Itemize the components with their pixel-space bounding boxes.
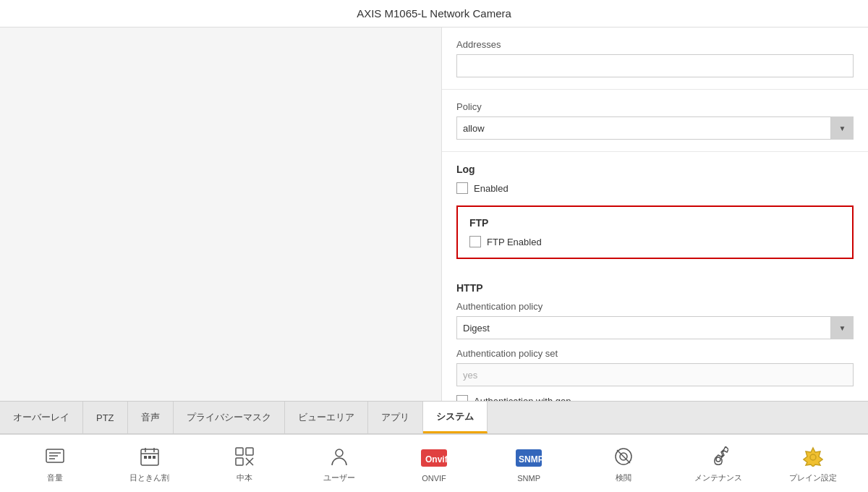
auth-policy-select[interactable]: Digest Basic None: [456, 316, 854, 339]
tab-apps[interactable]: アプリ: [368, 402, 423, 433]
svg-rect-10: [153, 456, 156, 459]
svg-rect-11: [236, 448, 243, 455]
log-section-title: Log: [456, 164, 854, 175]
icon-item-detection[interactable]: 検閲: [580, 444, 667, 483]
svg-point-16: [336, 449, 343, 457]
svg-marker-25: [804, 448, 822, 467]
onvif-icon: Onvif: [421, 445, 447, 471]
scan-icon: [231, 444, 258, 470]
user-icon: [326, 444, 352, 470]
icon-label-onvif: ONVIF: [422, 474, 446, 483]
addresses-label: Addresses: [456, 39, 854, 50]
icon-item-snmp[interactable]: SNMP SNMP: [485, 445, 572, 483]
maintenance-icon: [705, 444, 731, 470]
snmp-icon: SNMP: [516, 445, 542, 471]
policy-label: Policy: [456, 101, 854, 112]
page-title: AXIS M1065-L Network Camera: [357, 7, 511, 20]
icon-label-audio: 音量: [47, 472, 63, 483]
ftp-enabled-row: FTP Enabled: [469, 236, 841, 247]
icon-item-user[interactable]: ユーザー: [296, 444, 383, 483]
icon-label-detection: 検閲: [616, 472, 631, 483]
tab-viewarea-label: ビューエリア: [298, 411, 354, 424]
detection-icon: [610, 444, 637, 470]
auth-qop-label: Authentication with qop: [474, 396, 571, 402]
ftp-section-title: FTP: [469, 217, 841, 229]
svg-rect-9: [148, 456, 151, 459]
ftp-enabled-checkbox[interactable]: [469, 236, 481, 247]
ftp-section: FTP FTP Enabled: [456, 205, 854, 259]
calendar-icon: [137, 444, 163, 470]
icon-label-user: ユーザー: [323, 472, 355, 483]
icon-item-settings[interactable]: プレイン設定: [770, 444, 856, 483]
auth-policy-set-label: Authentication policy set: [456, 348, 854, 359]
addresses-section: Addresses: [442, 27, 868, 90]
svg-rect-13: [236, 458, 243, 465]
tab-system[interactable]: システム: [423, 402, 488, 433]
tab-ptz[interactable]: PTZ: [83, 402, 128, 433]
icon-label-calendar: 日ときん割: [129, 472, 169, 483]
svg-rect-8: [144, 456, 147, 459]
http-section: HTTP Authentication policy Digest Basic …: [442, 271, 868, 401]
svg-line-22: [617, 450, 630, 463]
auth-qop-checkbox[interactable]: [456, 395, 468, 401]
tab-system-label: システム: [436, 410, 474, 423]
auth-qop-row: Authentication with qop: [456, 395, 854, 401]
log-enabled-label: Enabled: [474, 183, 509, 194]
log-enabled-checkbox[interactable]: [456, 182, 468, 194]
auth-policy-select-wrapper: Digest Basic None: [456, 316, 854, 339]
tab-apps-label: アプリ: [381, 411, 409, 424]
icon-item-maintenance[interactable]: メンテナンス: [675, 444, 762, 483]
icon-item-calendar[interactable]: 日ときん割: [106, 444, 193, 483]
title-bar: AXIS M1065-L Network Camera: [0, 0, 868, 27]
tab-overlay-label: オーバーレイ: [13, 411, 69, 424]
policy-select[interactable]: allow deny: [456, 116, 854, 140]
left-panel: [0, 27, 441, 401]
tab-bar: オーバーレイ PTZ 音声 プライバシーマスク ビューエリア アプリ システム: [0, 401, 868, 434]
icon-label-snmp: SNMP: [517, 474, 540, 483]
icon-label-maintenance: メンテナンス: [694, 472, 742, 483]
right-panel: Addresses Policy allow deny Log Enabled: [441, 27, 868, 401]
auth-policy-set-input: [456, 363, 854, 386]
tab-overlay[interactable]: オーバーレイ: [0, 402, 83, 433]
ftp-enabled-label: FTP Enabled: [487, 237, 542, 247]
audio-icon: [42, 444, 68, 470]
svg-point-24: [716, 457, 720, 462]
log-section: Log Enabled: [442, 152, 868, 205]
tab-audio-label: 音声: [141, 411, 160, 424]
icon-bar: 音量 日ときん割 中本: [0, 434, 868, 492]
svg-rect-12: [246, 448, 253, 455]
log-enabled-row: Enabled: [456, 182, 854, 194]
addresses-input[interactable]: [456, 54, 854, 77]
http-section-title: HTTP: [456, 282, 854, 294]
tab-privacy[interactable]: プライバシーマスク: [174, 402, 285, 433]
tab-ptz-label: PTZ: [96, 412, 114, 423]
icon-label-settings: プレイン設定: [789, 472, 837, 483]
icon-label-scan: 中本: [237, 472, 252, 483]
icon-item-onvif[interactable]: Onvif ONVIF: [391, 445, 477, 483]
svg-text:Onvif: Onvif: [425, 454, 447, 465]
icon-item-audio[interactable]: 音量: [12, 444, 98, 483]
settings-icon: [800, 444, 826, 470]
tab-viewarea[interactable]: ビューエリア: [285, 402, 368, 433]
auth-policy-label: Authentication policy: [456, 301, 854, 312]
policy-select-wrapper: allow deny: [456, 116, 854, 140]
icon-item-scan[interactable]: 中本: [201, 444, 288, 483]
tab-audio[interactable]: 音声: [128, 402, 174, 433]
tab-privacy-label: プライバシーマスク: [187, 411, 271, 424]
svg-text:SNMP: SNMP: [519, 454, 542, 465]
policy-section: Policy allow deny: [442, 90, 868, 152]
